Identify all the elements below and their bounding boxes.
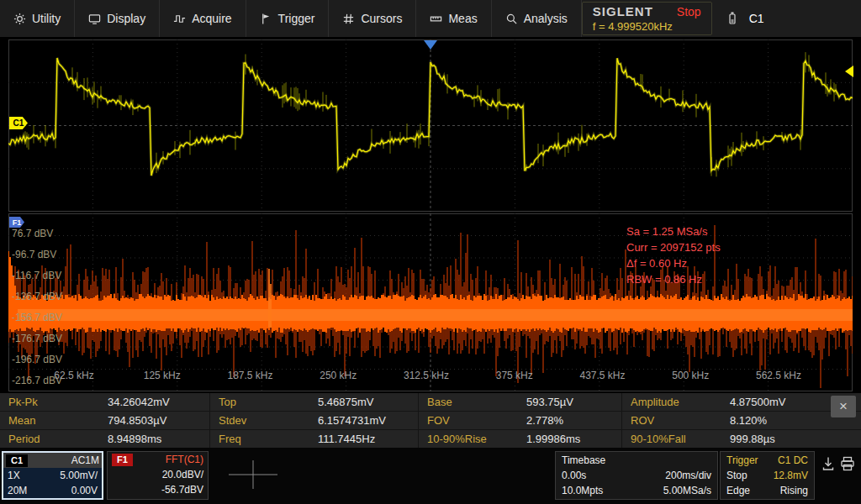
bottom-status-bar: C1 AC1M 1X 5.00mV/ 20M 0.00V F1 FFT(C1) … <box>0 448 861 504</box>
analysis-icon <box>505 13 518 25</box>
measurement-value: 34.26042mV <box>108 396 170 408</box>
measurement-label: Top <box>219 396 318 408</box>
trigger-level: 12.8mV <box>774 470 808 481</box>
active-channel-label[interactable]: C1 <box>749 12 764 25</box>
c1-header-row: C1 AC1M <box>3 453 102 468</box>
fft-stats: Sa = 1.25 MSa/sCurr = 2097152 ptsΔf = 0.… <box>626 223 721 287</box>
timebase-memory: 10.0Mpts <box>562 485 603 496</box>
measurement-label: 10-90%Rise <box>427 433 526 445</box>
fft-db-label: -156.7 dBV <box>12 312 62 323</box>
menu-item-cursors[interactable]: Cursors <box>329 0 416 37</box>
close-measurements-button[interactable]: × <box>831 396 856 417</box>
menu-item-label: Analysis <box>524 12 568 25</box>
trigger-box[interactable]: Trigger C1 DC Stop 12.8mV Edge Rising <box>720 451 815 500</box>
measurement-label: Amplitude <box>631 396 730 408</box>
f1-chip: F1 <box>112 454 133 466</box>
measurement-cell-fov: FOV2.778% <box>419 412 622 430</box>
fft-db-label: -176.7 dBV <box>12 333 62 344</box>
trigger-position-marker[interactable] <box>424 40 437 50</box>
measurement-label: Mean <box>8 414 108 427</box>
fft-freq-label: 250 kHz <box>309 370 367 381</box>
arrow-down-icon[interactable] <box>821 456 835 475</box>
fft-stat-line: Curr = 2097152 pts <box>626 239 721 255</box>
measurement-cell-freq: Freq111.7445Hz <box>210 430 419 449</box>
measurement-label: Pk-Pk <box>8 396 108 408</box>
trigger-type: Edge <box>726 485 750 496</box>
fft-freq-label: 562.5 kHz <box>749 370 808 381</box>
measurement-grid: Pk-Pk34.26042mVTop5.46875mVBase593.75µVA… <box>0 393 861 448</box>
c1-scale: 5.00mV/ <box>60 470 98 481</box>
trigger-title: Trigger <box>726 454 758 466</box>
measurement-label: Period <box>8 433 108 445</box>
fft-db-label: -136.7 dBV <box>12 291 62 302</box>
oscilloscope-screen: UtilityDisplayAcquireTriggerCursorsMeasA… <box>0 0 861 504</box>
timebase-scale: 200ms/div <box>665 470 711 481</box>
measurement-value: 5.46875mV <box>318 396 374 408</box>
menu-item-trigger[interactable]: Trigger <box>246 0 330 37</box>
measurement-label: 90-10%Fall <box>631 433 730 445</box>
fft-waveform <box>8 213 853 391</box>
trigger-status: Stop <box>726 470 747 481</box>
time-domain-panel[interactable]: C1 <box>8 39 853 212</box>
measurement-value: 999.88µs <box>730 433 775 445</box>
measurement-cell-10-90-rise: 10-90%Rise1.99986ms <box>419 430 622 449</box>
fft-db-label: -196.7 dBV <box>12 354 62 365</box>
crosshair-icon <box>229 458 277 495</box>
menubar-items: UtilityDisplayAcquireTriggerCursorsMeasA… <box>0 0 582 37</box>
cursors-icon <box>342 13 355 25</box>
fft-db-label: -116.7 dBV <box>12 270 61 281</box>
timebase-box[interactable]: Timebase 0.00s 200ms/div 10.0Mpts 5.00MS… <box>555 451 718 500</box>
fft-db-label: -96.7 dBV <box>12 249 56 260</box>
c1-bandwidth: 20M <box>8 485 27 496</box>
display-icon <box>88 13 101 25</box>
menubar-right-cluster: C1 <box>721 0 832 37</box>
fft-freq-label: 375 kHz <box>485 370 544 381</box>
menu-item-label: Acquire <box>192 12 231 25</box>
measurement-cell-mean: Mean794.8503µV <box>0 412 210 430</box>
measurement-cell-90-10-fall: 90-10%Fall999.88µs <box>622 430 861 449</box>
f1-scale: 20.0dBV/ <box>162 469 203 480</box>
measurement-value: 111.7445Hz <box>318 433 375 445</box>
fft-panel[interactable]: F1 76.7 dBV-96.7 dBV-116.7 dBV-136.7 dBV… <box>8 213 853 391</box>
time-waveform <box>8 39 853 212</box>
printer-icon[interactable] <box>840 456 855 475</box>
menu-item-display[interactable]: Display <box>75 0 160 37</box>
brand-row: SIGLENT Stop <box>593 4 701 18</box>
measurement-value: 8.94898ms <box>108 433 161 445</box>
trigger-source: C1 DC <box>778 454 808 466</box>
measurement-label: FOV <box>427 414 526 427</box>
fft-freq-label: 187.5 kHz <box>221 370 280 381</box>
menu-item-acquire[interactable]: Acquire <box>160 0 246 37</box>
menu-item-meas[interactable]: Meas <box>416 0 491 37</box>
channel-c1-box[interactable]: C1 AC1M 1X 5.00mV/ 20M 0.00V <box>2 451 103 500</box>
timebase-samplerate: 5.00MSa/s <box>663 485 711 496</box>
measurement-value: 8.120% <box>730 414 767 427</box>
fft-freq-label: 312.5 kHz <box>397 370 456 381</box>
measure-icon <box>430 13 442 25</box>
menu-item-analysis[interactable]: Analysis <box>492 0 582 37</box>
measurement-cell-top: Top5.46875mV <box>210 393 419 412</box>
gear-icon <box>13 13 26 25</box>
measurement-label: Base <box>427 396 526 408</box>
measurement-panel: Pk-Pk34.26042mVTop5.46875mVBase593.75µVA… <box>0 392 861 448</box>
f1-header-row: F1 FFT(C1) <box>108 452 208 467</box>
fft-freq-label: 437.5 kHz <box>573 370 632 381</box>
c1-chip: C1 <box>6 454 28 467</box>
f1-offset: -56.7dBV <box>161 484 203 496</box>
measurement-cell-stdev: Stdev6.1574731mV <box>210 412 419 430</box>
battery-icon <box>726 12 739 25</box>
c1-offset: 0.00V <box>71 485 98 496</box>
timebase-title: Timebase <box>562 454 605 466</box>
trigger-level-marker[interactable] <box>845 66 853 77</box>
fft-freq-label: 62.5 kHz <box>45 370 103 381</box>
close-icon: × <box>839 398 848 415</box>
measurement-value: 4.87500mV <box>730 396 786 408</box>
fft-stat-line: RBW = 0.86 Hz <box>626 271 721 287</box>
waveform-display[interactable]: C1 F1 76.7 dBV-96.7 dBV-116.7 dBV-136.7 … <box>0 38 861 392</box>
menu-item-label: Cursors <box>361 12 402 25</box>
menu-item-label: Display <box>107 12 145 25</box>
menu-item-utility[interactable]: Utility <box>0 0 75 37</box>
brand-cluster: SIGLENT Stop f = 4.999520kHz <box>582 2 712 35</box>
menu-item-label: Trigger <box>278 12 315 25</box>
channel-f1-box[interactable]: F1 FFT(C1) 20.0dBV/ -56.7dBV <box>107 451 209 500</box>
